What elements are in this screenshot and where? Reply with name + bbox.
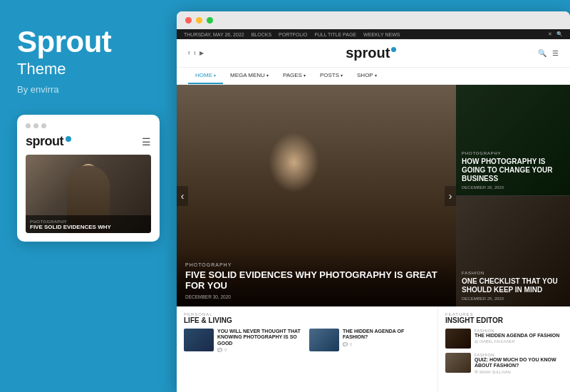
life-section-title: LIFE & LIVING [184,316,430,324]
hero-sidebar: PHOTOGRAPHY HOW PHOTOGRAPHY IS GOING TO … [456,85,570,306]
nav-shop-label: SHOP [357,72,373,78]
comment-icon-0: 💬 [217,348,222,352]
hero-main-title: FIVE SOLID EVIDENCES WHY PHOTOGRAPHY IS … [185,269,447,292]
nav-megamenu-label: MEGA MENU [230,72,265,78]
hero-card-bottom-overlay: FASHION ONE CHECKLIST THAT YOU SHOULD KE… [456,196,570,306]
insight-img-0 [445,329,471,349]
nav-posts-label: POSTS [320,72,339,78]
mobile-logo-dot [66,136,71,142]
nav-item-posts[interactable]: POSTS ▾ [313,68,350,84]
nav-posts-arrow: ▾ [341,73,343,78]
article-meta-1: 💬 0 [343,342,430,346]
website-preview: THURSDAY, MAY 26, 2022 BLOCKS PORTFOLIO … [177,29,570,392]
hero-main: ‹ PHOTOGRAPHY FIVE SOLID EVIDENCES WHY P… [177,85,456,306]
nav-item-home[interactable]: HOME ▾ [188,68,223,84]
mobile-dot-3 [41,123,46,128]
browser-window: THURSDAY, MAY 26, 2022 BLOCKS PORTFOLIO … [177,11,570,392]
article-title-1: THE HIDDEN AGENDA OF FASHION? [343,329,430,341]
nav-item-shop[interactable]: SHOP ▾ [350,68,384,84]
author-name-0: ISABEL FAULKNER [480,339,515,344]
nav-pages-arrow: ▾ [304,73,306,78]
topbar-link-portfolio[interactable]: PORTFOLIO [279,32,307,37]
site-logo-dot [391,47,396,52]
content-right: FEATURES INSIGHT EDITOR FASHION THE HIDD… [438,306,570,392]
insight-articles: FASHION THE HIDDEN AGENDA OF FASHION ISA… [445,329,563,374]
hero-card-top-overlay: PHOTOGRAPHY HOW PHOTOGRAPHY IS GOING TO … [456,85,570,195]
insight-info-0: FASHION THE HIDDEN AGENDA OF FASHION ISA… [475,329,559,344]
site-social-icons: f t ▶ [188,50,204,56]
brand-title: Sprout [17,26,160,58]
insight-section-title: INSIGHT EDITOR [445,316,563,324]
mobile-logo: sprout [26,134,71,149]
content-left: PERSONAL LIFE & LIVING YOU WILL NEVER TH… [177,306,438,392]
article-img-1 [309,329,339,351]
hero-next-arrow[interactable]: › [445,186,456,206]
topbar-icon-x[interactable]: ✕ [548,31,552,37]
hero-main-overlay: PHOTOGRAPHY FIVE SOLID EVIDENCES WHY PHO… [177,251,456,306]
insight-img-1 [445,353,471,373]
mobile-mockup: sprout ☰ PHOTOGRAPHY FIVE SOLID EVIDENCE… [17,115,160,242]
insight-item-0: FASHION THE HIDDEN AGENDA OF FASHION ISA… [445,329,563,349]
site-logo: sprout [346,45,396,61]
topbar-right: ✕ 🔍 [548,31,563,37]
mobile-hero-title: FIVE SOLID EVIDENCES WHY [30,224,147,231]
comment-icon-1: 💬 [343,342,348,346]
article-item-0: YOU WILL NEVER THOUGHT THAT KNOWING PHOT… [184,329,305,352]
author-avatar-0 [475,340,478,344]
article-meta-0: 💬 0 [217,348,305,352]
hero-card-bottom-title: ONE CHECKLIST THAT YOU SHOULD KEEP IN MI… [462,277,564,294]
header-search-icon[interactable]: 🔍 [538,49,546,57]
site-header: f t ▶ sprout 🔍 ☰ [177,39,570,68]
topbar-link-blocks[interactable]: BLOCKS [252,32,271,37]
hero-card-bottom-category: FASHION [462,271,564,275]
left-panel: Sprout Theme By envirra sprout ☰ PHOTOGR… [0,0,177,392]
mobile-menu-icon[interactable]: ☰ [142,136,151,148]
brand-subtitle: Theme [17,60,160,78]
social-facebook[interactable]: f [188,50,190,56]
article-grid: YOU WILL NEVER THOUGHT THAT KNOWING PHOT… [184,329,430,352]
topbar-link-news[interactable]: WEEKLY NEWS [363,32,400,37]
hero-card-top-category: PHOTOGRAPHY [462,151,564,155]
hero-card-bottom: FASHION ONE CHECKLIST THAT YOU SHOULD KE… [456,196,570,306]
hero-card-bottom-date: DECEMBER 25, 2020 [462,296,564,301]
social-youtube[interactable]: ▶ [200,50,204,56]
hero-main-date: DECEMBER 30, 2020 [185,294,447,299]
hero-prev-arrow[interactable]: ‹ [177,186,188,206]
nav-item-pages[interactable]: PAGES ▾ [276,68,313,84]
site-hero: ‹ PHOTOGRAPHY FIVE SOLID EVIDENCES WHY P… [177,85,570,306]
nav-pages-label: PAGES [283,72,302,78]
insight-author-0: ISABEL FAULKNER [475,339,559,344]
insight-item-1: FASHION QUIZ: HOW MUCH DO YOU KNOW ABOUT… [445,353,563,374]
site-logo-text: sprout [346,45,390,61]
author-avatar-1 [475,370,478,373]
author-name-1: MARK SULLIVAN [480,370,511,374]
article-img-0 [184,329,214,351]
mobile-logo-text: sprout [26,134,63,149]
browser-chrome [177,11,570,29]
hero-card-top: PHOTOGRAPHY HOW PHOTOGRAPHY IS GOING TO … [456,85,570,196]
topbar-icon-search[interactable]: 🔍 [556,31,563,37]
article-info-1: THE HIDDEN AGENDA OF FASHION? 💬 0 [343,329,430,346]
hero-card-top-title: HOW PHOTOGRAPHY IS GOING TO CHANGE YOUR … [462,158,564,183]
header-menu-icon[interactable]: ☰ [552,49,559,57]
brand-by: By envirra [17,84,160,95]
topbar-left: THURSDAY, MAY 26, 2022 BLOCKS PORTFOLIO … [184,32,400,37]
site-header-icons: 🔍 ☰ [538,49,559,57]
browser-dot-minimize[interactable] [196,17,202,24]
hero-main-category: PHOTOGRAPHY [185,262,447,267]
nav-home-arrow: ▾ [214,73,216,78]
hero-card-top-date: DECEMBER 26, 2020 [462,185,564,190]
comment-count-1: 0 [350,342,352,346]
browser-dot-close[interactable] [185,17,192,24]
browser-dot-maximize[interactable] [207,17,213,24]
nav-megamenu-arrow: ▾ [266,73,269,78]
nav-home-label: HOME [195,72,212,78]
social-twitter[interactable]: t [194,50,195,56]
mobile-dot-1 [26,123,31,128]
mobile-hero-caption: PHOTOGRAPHY FIVE SOLID EVIDENCES WHY [26,215,151,234]
insight-title-1: QUIZ: HOW MUCH DO YOU KNOW ABOUT FASHION… [475,357,563,369]
nav-shop-arrow: ▾ [375,73,377,78]
topbar-link-fullpage[interactable]: FULL TITLE PAGE [314,32,356,37]
nav-item-megamenu[interactable]: MEGA MENU ▾ [223,68,276,84]
article-item-1: THE HIDDEN AGENDA OF FASHION? 💬 0 [309,329,430,352]
